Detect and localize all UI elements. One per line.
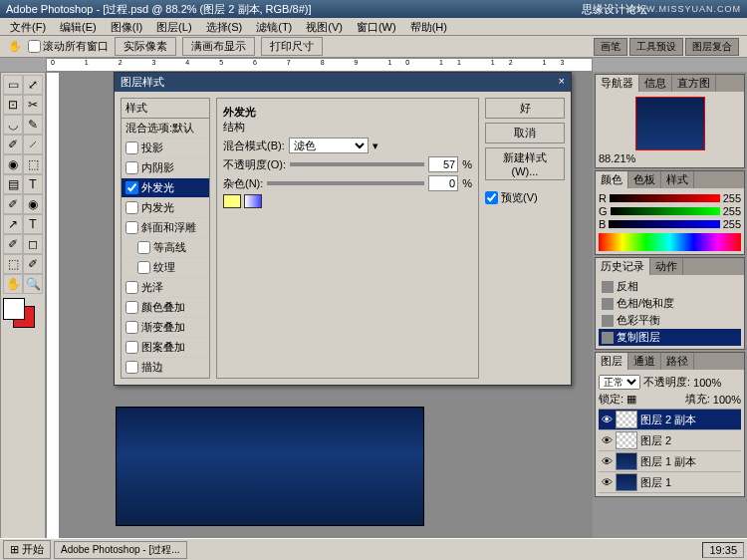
scroll-all-checkbox[interactable]: 滚动所有窗口 (28, 39, 109, 54)
tool-path[interactable]: ↗ (3, 214, 23, 234)
blend-mode-select[interactable]: 滤色 (289, 138, 369, 153)
color-swatches[interactable] (3, 298, 43, 330)
tab-brushes[interactable]: 画笔 (594, 38, 627, 56)
history-item[interactable]: 色彩平衡 (599, 312, 741, 329)
navigator-thumbnail[interactable] (635, 97, 705, 150)
glow-color-swatch[interactable] (223, 194, 241, 208)
style-color-overlay[interactable]: 颜色叠加 (122, 298, 209, 318)
eye-icon[interactable]: 👁 (601, 434, 613, 446)
menu-layer[interactable]: 图层(L) (156, 20, 191, 33)
tool-pen[interactable]: ✐ (3, 234, 23, 254)
tab-navigator[interactable]: 导航器 (596, 75, 639, 92)
menu-edit[interactable]: 编辑(E) (60, 20, 97, 33)
tool-eyedropper[interactable]: ✐ (23, 254, 43, 274)
style-pattern-overlay[interactable]: 图案叠加 (122, 338, 209, 358)
close-icon[interactable]: × (559, 75, 565, 90)
tool-hand[interactable]: ✋ (3, 274, 23, 294)
tool-gradient[interactable]: T (23, 174, 43, 194)
tab-channels[interactable]: 通道 (628, 353, 661, 370)
noise-slider[interactable] (267, 181, 424, 185)
tool-blur[interactable]: ✐ (3, 194, 23, 214)
color-spectrum[interactable] (599, 233, 741, 251)
tool-history-brush[interactable]: ⬚ (23, 154, 43, 174)
menu-filter[interactable]: 滤镜(T) (256, 20, 292, 33)
document-image[interactable] (116, 407, 424, 526)
new-style-button[interactable]: 新建样式(W)... (485, 147, 565, 180)
menu-file[interactable]: 文件(F) (10, 20, 46, 33)
menu-help[interactable]: 帮助(H) (410, 20, 447, 33)
g-slider[interactable] (611, 207, 720, 215)
layer-row[interactable]: 👁图层 1 (599, 472, 741, 493)
tool-slice[interactable]: ✎ (23, 115, 43, 135)
history-item[interactable]: 反相 (599, 278, 741, 295)
tool-notes[interactable]: ⬚ (3, 254, 23, 274)
noise-input[interactable] (428, 175, 458, 191)
tab-swatches[interactable]: 色板 (628, 171, 661, 188)
style-inner-glow[interactable]: 内发光 (122, 198, 209, 218)
tool-stamp[interactable]: ◉ (3, 154, 23, 174)
eye-icon[interactable]: 👁 (601, 476, 613, 488)
style-satin[interactable]: 光泽 (122, 278, 209, 298)
layer-row[interactable]: 👁图层 1 副本 (599, 451, 741, 472)
eye-icon[interactable]: 👁 (601, 414, 613, 425)
tool-brush[interactable]: ⟋ (23, 135, 43, 154)
tool-move[interactable]: ⤢ (23, 75, 43, 95)
tab-color[interactable]: 颜色 (596, 171, 628, 188)
tab-paths[interactable]: 路径 (661, 353, 694, 370)
btn-fit-screen[interactable]: 满画布显示 (182, 37, 255, 56)
btn-print-size[interactable]: 打印尺寸 (261, 37, 323, 56)
opacity-input[interactable] (428, 156, 458, 172)
tab-styles[interactable]: 样式 (661, 171, 694, 188)
r-slider[interactable] (610, 194, 720, 202)
cancel-button[interactable]: 取消 (485, 123, 565, 143)
tab-info[interactable]: 信息 (639, 75, 672, 92)
menu-view[interactable]: 视图(V) (306, 20, 343, 33)
style-drop-shadow[interactable]: 投影 (122, 139, 209, 158)
system-tray[interactable]: 19:35 (702, 542, 744, 558)
toolbox: ▭⤢ ⊡✂ ◡✎ ✐⟋ ◉⬚ ▤T ✐◉ ↗T ✐◻ ⬚✐ ✋🔍 (0, 72, 46, 540)
style-gradient-overlay[interactable]: 渐变叠加 (122, 318, 209, 338)
style-outer-glow[interactable]: 外发光 (122, 178, 209, 198)
tool-crop[interactable]: ◡ (3, 115, 23, 135)
history-item[interactable]: 复制图层 (599, 329, 741, 346)
style-texture[interactable]: 纹理 (122, 258, 209, 278)
tab-histogram[interactable]: 直方图 (672, 75, 716, 92)
tool-marquee[interactable]: ▭ (3, 75, 23, 95)
tool-zoom[interactable]: 🔍 (23, 274, 43, 294)
style-inner-shadow[interactable]: 内阴影 (122, 158, 209, 178)
layer-row[interactable]: 👁图层 2 (599, 430, 741, 451)
tab-history[interactable]: 历史记录 (596, 258, 650, 275)
tool-heal[interactable]: ✐ (3, 135, 23, 154)
menu-image[interactable]: 图像(I) (111, 20, 142, 33)
dialog-titlebar[interactable]: 图层样式 × (115, 73, 571, 92)
menu-select[interactable]: 选择(S) (206, 20, 243, 33)
tab-layer-comps[interactable]: 图层复合 (685, 38, 739, 56)
style-contour[interactable]: 等高线 (122, 238, 209, 258)
opacity-slider[interactable] (290, 162, 424, 166)
eye-icon[interactable]: 👁 (601, 455, 613, 467)
layer-row[interactable]: 👁图层 2 副本 (599, 410, 741, 430)
tool-wand[interactable]: ✂ (23, 95, 43, 115)
start-button[interactable]: ⊞开始 (3, 540, 51, 559)
preview-checkbox[interactable]: 预览(V) (485, 190, 565, 205)
ok-button[interactable]: 好 (485, 98, 565, 119)
windows-icon: ⊞ (10, 543, 19, 556)
tab-tool-presets[interactable]: 工具预设 (629, 38, 683, 56)
history-item[interactable]: 色相/饱和度 (599, 295, 741, 312)
tab-actions[interactable]: 动作 (650, 258, 683, 275)
b-slider[interactable] (609, 220, 719, 228)
tool-type[interactable]: T (23, 214, 43, 234)
tool-eraser[interactable]: ▤ (3, 174, 23, 194)
tool-shape[interactable]: ◻ (23, 234, 43, 254)
style-stroke[interactable]: 描边 (122, 358, 209, 378)
blend-options-row[interactable]: 混合选项:默认 (122, 119, 209, 139)
btn-actual-pixels[interactable]: 实际像素 (115, 37, 176, 56)
blend-mode-select[interactable]: 正常 (599, 375, 640, 390)
tab-layers[interactable]: 图层 (596, 353, 628, 370)
tool-dodge[interactable]: ◉ (23, 194, 43, 214)
menu-window[interactable]: 窗口(W) (357, 20, 396, 33)
glow-gradient-swatch[interactable] (244, 194, 262, 208)
tool-lasso[interactable]: ⊡ (3, 95, 23, 115)
taskbar-app[interactable]: Adobe Photoshop - [过程... (54, 541, 187, 559)
style-bevel[interactable]: 斜面和浮雕 (122, 218, 209, 238)
